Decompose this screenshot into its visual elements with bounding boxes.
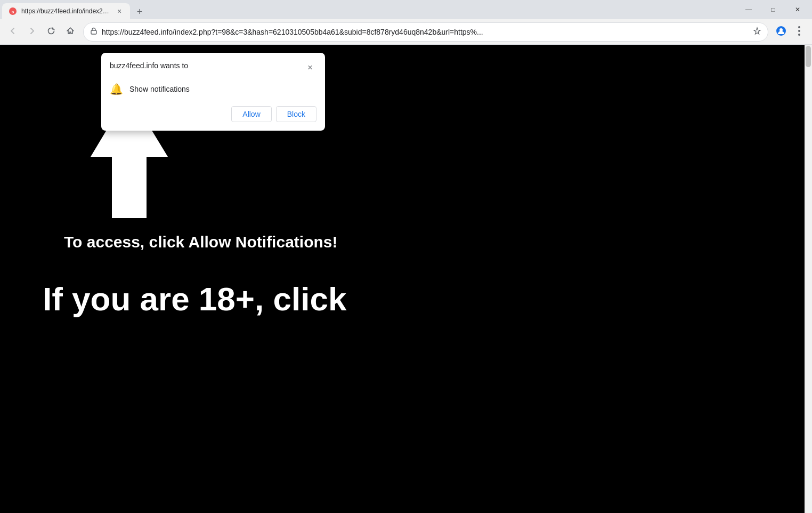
maximize-button[interactable]: □ <box>761 0 785 19</box>
popup-permission: 🔔 Show notifications <box>110 83 316 95</box>
minimize-button[interactable]: — <box>736 0 761 19</box>
bottom-text-container: If you are 18+, click <box>0 280 346 318</box>
toolbar-right <box>773 23 808 41</box>
window-controls: — □ ✕ <box>736 0 812 19</box>
profile-button[interactable] <box>773 23 790 41</box>
popup-title: buzz4feed.info wants to <box>110 61 188 70</box>
address-text: https://buzz4feed.info/index2.php?t=98&c… <box>102 28 749 36</box>
toolbar: https://buzz4feed.info/index2.php?t=98&c… <box>0 19 812 45</box>
tab-favicon: b <box>9 7 17 15</box>
tab-close-button[interactable]: × <box>115 7 124 15</box>
scrollbar[interactable] <box>805 45 812 513</box>
tabs-area: b https://buzz4feed.info/index2.ph × + <box>0 0 736 19</box>
popup-actions: Allow Block <box>110 106 316 122</box>
forward-button[interactable] <box>23 23 40 41</box>
back-button[interactable] <box>4 23 21 41</box>
reload-icon <box>47 27 55 37</box>
scrollbar-thumb[interactable] <box>806 46 811 67</box>
svg-point-6 <box>798 30 800 32</box>
svg-rect-2 <box>91 30 96 34</box>
tab-title: https://buzz4feed.info/index2.ph <box>21 7 111 15</box>
notification-popup: buzz4feed.info wants to × 🔔 Show notific… <box>101 53 325 131</box>
close-button[interactable]: ✕ <box>785 0 810 19</box>
bookmark-icon[interactable] <box>753 27 761 37</box>
svg-point-5 <box>798 26 800 28</box>
menu-icon <box>798 26 800 38</box>
address-bar[interactable]: https://buzz4feed.info/index2.php?t=98&c… <box>83 22 768 42</box>
reload-button[interactable] <box>43 23 60 41</box>
home-icon <box>66 27 75 37</box>
popup-header: buzz4feed.info wants to × <box>110 61 316 74</box>
svg-text:b: b <box>12 10 14 14</box>
forward-icon <box>28 27 36 37</box>
content-area: To access, click Allow Notifications! If… <box>0 45 812 513</box>
block-button[interactable]: Block <box>276 106 316 122</box>
profile-icon <box>776 26 786 38</box>
new-tab-button[interactable]: + <box>132 4 147 19</box>
menu-button[interactable] <box>791 23 808 41</box>
allow-button[interactable]: Allow <box>231 106 271 122</box>
permission-text: Show notifications <box>129 85 190 93</box>
bottom-text: If you are 18+, click <box>43 280 346 318</box>
browser-frame: b https://buzz4feed.info/index2.ph × + —… <box>0 0 812 513</box>
svg-point-7 <box>798 34 800 36</box>
home-button[interactable] <box>62 23 79 41</box>
instruction-text: To access, click Allow Notifications! <box>0 231 337 253</box>
popup-close-button[interactable]: × <box>304 61 316 74</box>
lock-icon <box>90 27 98 36</box>
active-tab[interactable]: b https://buzz4feed.info/index2.ph × <box>2 3 130 19</box>
bell-icon: 🔔 <box>110 83 123 95</box>
title-bar: b https://buzz4feed.info/index2.ph × + —… <box>0 0 812 19</box>
back-icon <box>9 27 17 37</box>
